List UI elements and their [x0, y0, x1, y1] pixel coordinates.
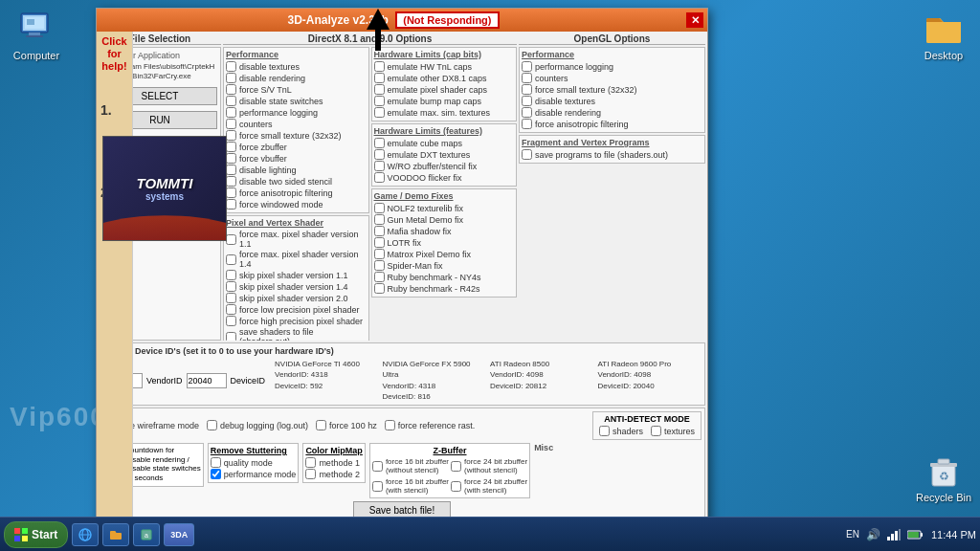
svg-rect-10	[14, 528, 20, 534]
cb-lotr-input[interactable]	[374, 237, 385, 248]
pixel-vertex-title: Pixel and Vertex Shader	[226, 218, 367, 228]
cb-skip-ps14-input[interactable]	[226, 281, 236, 292]
cb-disable-state-input[interactable]	[226, 96, 236, 106]
cb-ps14: force max. pixel shader version 1.4	[226, 250, 367, 269]
cb-ogl-dis-tex-input[interactable]	[522, 96, 532, 106]
cb-high-ps-input[interactable]	[226, 316, 236, 326]
cb-method2-input[interactable]	[305, 469, 316, 479]
cb-skip-ps14: skip pixel shader version 1.4	[226, 281, 367, 292]
cb-ogl-perf-log-input[interactable]	[522, 61, 532, 72]
desktop-icon-folder[interactable]: Desktop	[915, 10, 972, 61]
cb-perf-mode-input[interactable]	[211, 469, 221, 479]
cb-force-sv-tnl-input[interactable]	[226, 84, 236, 95]
cb-disable-lighting-input[interactable]	[226, 165, 236, 175]
cb-ogl-small-tex-input[interactable]	[522, 84, 532, 95]
cb-disable-rendering-input[interactable]	[226, 73, 236, 83]
fragment-vertex-panel: Fragment and Vertex Programs save progra…	[519, 135, 705, 164]
svg-rect-19	[887, 537, 890, 540]
cb-wro-input[interactable]	[374, 161, 385, 171]
cb-ogl-counters: counters	[522, 73, 702, 83]
cb-debug-log-input[interactable]	[207, 420, 217, 430]
cb-two-sided-stencil-input[interactable]	[226, 176, 236, 187]
cb-method1-input[interactable]	[305, 457, 316, 468]
cb-save-shaders: save shaders to file (shaders.out)	[226, 327, 367, 341]
cb-disable-textures-input[interactable]	[226, 61, 236, 72]
taskbar-app3-button[interactable]: a	[133, 523, 160, 546]
taskbar-ie-button[interactable]	[72, 523, 99, 546]
cb-100hz-input[interactable]	[316, 420, 326, 430]
network-icon[interactable]	[886, 527, 902, 542]
battery-svg-icon	[907, 530, 923, 540]
cb-skip-ps20-input[interactable]	[226, 293, 236, 303]
close-button[interactable]: ✕	[686, 12, 703, 28]
cb-low-ps-input[interactable]	[226, 304, 236, 315]
cb-zbuffer-input[interactable]	[226, 142, 236, 152]
cb-high-ps: force high precision pixel shader	[226, 316, 367, 326]
panel-headers: File Selection DirectX 8.1 and 9.0 Optio…	[99, 33, 705, 45]
cb-ogl-counters-input[interactable]	[522, 73, 532, 83]
dx-device-ids-section: DirectX Device ID's (set it to 0 to use …	[99, 342, 705, 406]
svg-rect-8	[938, 459, 949, 464]
cb-nolf2-input[interactable]	[374, 203, 385, 213]
cb-voodoo-input[interactable]	[374, 172, 385, 183]
step1-label: 1.	[100, 102, 128, 118]
cb-vbuffer-input[interactable]	[226, 153, 236, 164]
cb-perf-logging-input[interactable]	[226, 107, 236, 118]
cb-windowed-input[interactable]	[226, 199, 236, 209]
cb-z16-no-stencil-input[interactable]	[372, 461, 383, 472]
dx-device-ids-row: VendorID DeviceID NVIDIA GeForce TI 4600…	[102, 359, 702, 402]
svg-rect-5	[27, 19, 34, 25]
cb-spiderman-input[interactable]	[374, 260, 385, 271]
cb-ogl-dis-render-input[interactable]	[522, 107, 532, 118]
svg-rect-22	[899, 529, 901, 540]
desktop-icon-computer[interactable]: Computer	[8, 10, 65, 61]
cb-gun-metal-input[interactable]	[374, 214, 385, 225]
cb-aniso-input[interactable]	[226, 187, 236, 198]
device-id-input[interactable]	[187, 373, 227, 388]
cb-ogl-aniso-input[interactable]	[522, 119, 532, 129]
cb-ps-caps-input[interactable]	[374, 84, 385, 95]
app3-icon: a	[140, 528, 153, 541]
cb-ps11-input[interactable]	[226, 234, 236, 245]
cb-mafia-input[interactable]	[374, 226, 385, 236]
cb-skip-ps11-input[interactable]	[226, 270, 236, 280]
device-cards: NVIDIA GeForce TI 4600 VendorID: 4318 De…	[275, 359, 702, 402]
cb-z16-stencil-input[interactable]	[372, 481, 383, 492]
cb-counters-input[interactable]	[226, 119, 236, 129]
cb-bump-caps-input[interactable]	[374, 96, 385, 106]
cb-dx81-caps-input[interactable]	[374, 73, 385, 83]
cb-quality-mode-input[interactable]	[211, 457, 221, 468]
window-body: Clickforhelp! 1. 2. File Selection Direc…	[97, 32, 707, 528]
cb-force-ref-input[interactable]	[385, 420, 395, 430]
cb-z24-stencil-input[interactable]	[451, 481, 461, 492]
cb-cube-maps-input[interactable]	[374, 138, 385, 148]
cb-textures-input[interactable]	[651, 426, 661, 436]
cb-dxt-input[interactable]	[374, 149, 385, 160]
taskbar-folder-button[interactable]	[102, 523, 129, 546]
cb-low-ps: force low precision pixel shader	[226, 304, 367, 315]
cb-shaders-input[interactable]	[599, 426, 610, 436]
start-button[interactable]: Start	[4, 521, 68, 548]
cb-z24-no-stencil-input[interactable]	[451, 461, 461, 472]
cb-hw-tnl-input[interactable]	[374, 61, 385, 72]
cb-perf-mode: performance mode	[211, 469, 297, 479]
device-1-name: NVIDIA GeForce FX 5900 Ultra	[383, 359, 486, 380]
cb-sim-tex-input[interactable]	[374, 107, 385, 118]
svg-rect-13	[22, 536, 28, 541]
cb-save-programs-input[interactable]	[522, 149, 532, 160]
cb-matrox-input[interactable]	[374, 249, 385, 259]
cb-small-tex-input[interactable]	[226, 130, 236, 141]
performance-title: Performance	[226, 50, 367, 59]
cb-ruby-ny4s-input[interactable]	[374, 272, 385, 282]
device-1-vendor: VendorID: 4318	[383, 381, 486, 391]
cb-quality-mode: quality mode	[211, 457, 297, 468]
directx-area: Performance disable textures disable ren…	[223, 47, 517, 341]
taskbar-3da-button[interactable]: 3DA	[164, 523, 194, 546]
cb-save-programs: save programs to file (shaders.out)	[522, 149, 702, 160]
desktop-icon-recycle-bin[interactable]: ♻ Recycle Bin	[915, 455, 972, 503]
cb-ruby-r42s-input[interactable]	[374, 283, 385, 294]
volume-icon[interactable]: 🔊	[865, 527, 880, 542]
cb-save-shaders-input[interactable]	[226, 332, 236, 342]
opengl-header: OpenGL Options	[519, 33, 705, 45]
cb-ps14-input[interactable]	[226, 254, 236, 265]
